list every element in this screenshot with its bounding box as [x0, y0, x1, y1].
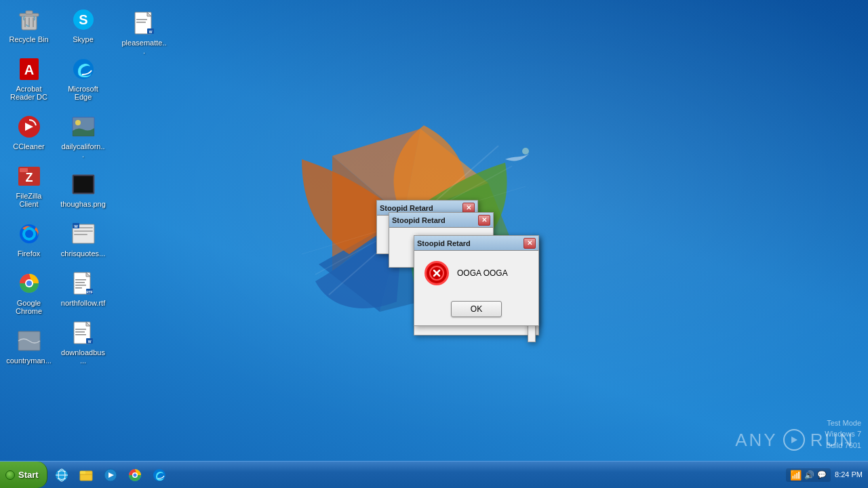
desktop-icon-filezilla[interactable]: Z FileZilla Client [3, 160, 54, 211]
desktop-icon-northfollow[interactable]: RTF northfollow.rtf [58, 267, 108, 310]
svg-rect-48 [75, 329, 86, 330]
svg-rect-56 [136, 22, 146, 23]
testmode-line3: Build 7601 [825, 440, 861, 451]
ie-icon [54, 468, 69, 483]
desktop-icon-chrome[interactable]: Google Chrome [3, 267, 54, 318]
downloadbus-icon: W [70, 319, 97, 346]
desktop-icon-firefox[interactable]: Firefox [3, 218, 54, 260]
desktop-icon-chrisquotes[interactable]: W chrisquotes... [58, 218, 108, 260]
countryman-icon [16, 327, 43, 354]
msedge-label: Microsoft Edge [60, 85, 106, 101]
ccleaner-label: CCleaner [13, 142, 44, 150]
chrome-icon [16, 270, 43, 297]
dialog-body-main: OOGA OOGA [414, 251, 538, 296]
thoughas-label: thoughas.png [60, 200, 106, 208]
taskbar-edge-icon [152, 468, 167, 483]
filezilla-label: FileZilla Client [6, 192, 52, 208]
svg-marker-62 [791, 436, 797, 443]
svg-rect-55 [136, 19, 147, 20]
start-button[interactable]: Start [0, 462, 47, 488]
recycle-bin-label: Recycle Bin [9, 35, 48, 43]
desktop-icon-pleasematte[interactable]: W pleasematte... [119, 7, 170, 58]
firefox-label: Firefox [18, 249, 41, 258]
dialog-title-main: Stoopid Retard [417, 239, 471, 247]
svg-text:W: W [87, 340, 91, 344]
taskbar-items [47, 462, 174, 488]
media-icon [103, 468, 118, 483]
svg-rect-50 [75, 334, 86, 336]
svg-rect-40 [75, 279, 86, 281]
svg-point-28 [75, 120, 81, 125]
taskbar-chrome[interactable] [123, 464, 146, 486]
desktop-icon-countryman[interactable]: countryman... [3, 325, 54, 367]
countryman-label: countryman... [6, 357, 52, 365]
dialog-close-btn-bg2[interactable]: ✕ [478, 215, 490, 226]
svg-rect-16 [20, 168, 28, 172]
northfollow-label: northfollow.rtf [61, 299, 105, 307]
taskbar-edge[interactable] [148, 464, 171, 486]
taskbar-explorer[interactable] [75, 464, 98, 486]
firefox-icon [16, 220, 43, 247]
svg-text:RTF: RTF [86, 290, 93, 294]
desktop-icon-column-2: S Skype Microsoft Edge dailycaliforn... [58, 3, 108, 373]
desktop-icon-dailycalif[interactable]: dailycaliforn... [58, 110, 108, 161]
error-icon [425, 261, 449, 285]
svg-text:A: A [24, 62, 33, 77]
dialog-title-bg2: Stoopid Retard [392, 216, 446, 224]
desktop-icon-acrobat[interactable]: A Acrobat Reader DC [3, 53, 54, 104]
desktop-icon-thoughas[interactable]: thoughas.png [58, 168, 108, 211]
anyrun-text: ANY [735, 430, 777, 451]
chrisquotes-label: chrisquotes... [61, 249, 105, 258]
start-label: Start [18, 470, 39, 480]
desktop-icon-ccleaner[interactable]: CCleaner [3, 110, 54, 153]
dailycalif-icon [70, 113, 97, 140]
system-tray: 📶 🔊 💬 [786, 468, 831, 482]
chrome-label: Google Chrome [6, 299, 52, 315]
svg-rect-33 [74, 230, 93, 232]
desktop-icon-msedge[interactable]: Microsoft Edge [58, 53, 108, 104]
svg-point-4 [522, 148, 529, 155]
taskbar: Start [0, 461, 868, 488]
explorer-icon [79, 468, 94, 483]
testmode-line2: Windows 7 [825, 428, 861, 440]
filezilla-icon: Z [16, 163, 43, 190]
svg-text:S: S [79, 12, 87, 27]
thoughas-icon [70, 171, 97, 198]
desktop-icon-downloadbus[interactable]: W downloadbus... [58, 317, 108, 367]
testmode-line1: Test Mode [825, 418, 861, 429]
svg-point-72 [133, 473, 136, 476]
svg-rect-34 [74, 234, 87, 235]
desktop-icon-skype[interactable]: S Skype [58, 3, 108, 46]
desktop-icon-column-1: Recycle Bin A Acrobat Reader DC CCleaner [3, 3, 54, 373]
dialog-ok-button[interactable]: OK [451, 301, 502, 317]
acrobat-icon: A [16, 56, 43, 83]
svg-rect-67 [80, 471, 85, 474]
taskbar-media[interactable] [99, 464, 122, 486]
svg-rect-42 [75, 285, 86, 286]
desktop-icon-recycle-bin[interactable]: Recycle Bin [3, 3, 54, 46]
taskbar-ie[interactable] [50, 464, 73, 486]
svg-point-19 [25, 230, 33, 238]
svg-text:W: W [149, 30, 152, 34]
svg-rect-43 [75, 287, 82, 289]
testmode-watermark: Test Mode Windows 7 Build 7601 [825, 418, 861, 451]
taskbar-right: 📶 🔊 💬 8:24 PM [781, 462, 868, 488]
dialog-close-btn-main[interactable]: ✕ [524, 238, 536, 249]
taskbar-chrome-icon [127, 468, 142, 483]
action-center-icon: 💬 [817, 470, 827, 479]
svg-rect-41 [75, 282, 85, 283]
skype-label: Skype [73, 35, 94, 43]
anyrun-play-icon [783, 429, 805, 451]
dialog-titlebar-bg2[interactable]: Stoopid Retard ✕ [389, 213, 493, 228]
ccleaner-icon [16, 113, 43, 140]
start-orb-icon [5, 470, 15, 480]
svg-text:W: W [74, 224, 78, 228]
northfollow-icon: RTF [70, 270, 97, 297]
chrisquotes-icon: W [70, 220, 97, 247]
dialog-window-main[interactable]: Stoopid Retard ✕ OOGA OOGA OK [414, 235, 539, 326]
svg-point-22 [26, 281, 32, 286]
dialog-titlebar-main[interactable]: Stoopid Retard ✕ [414, 236, 538, 251]
pleasematte-label: pleasematte... [121, 39, 167, 55]
volume-tray-icon: 🔊 [804, 470, 814, 480]
acrobat-label: Acrobat Reader DC [6, 85, 52, 101]
